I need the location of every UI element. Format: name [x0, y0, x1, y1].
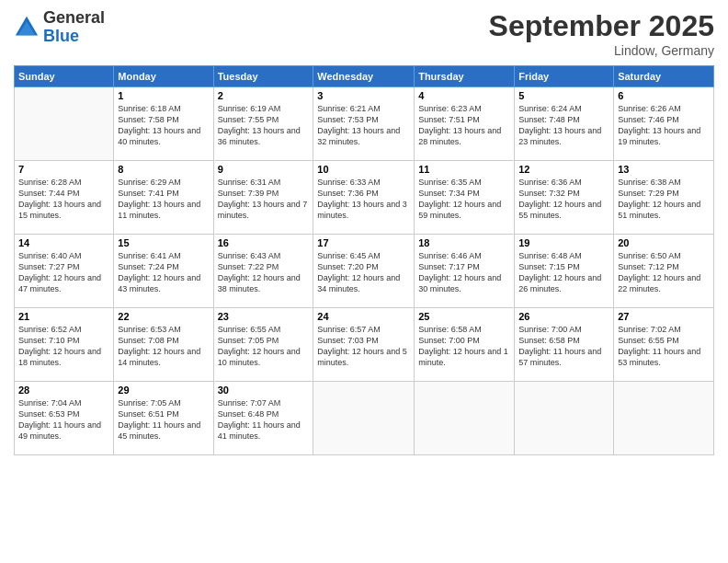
day-info: Sunrise: 6:40 AMSunset: 7:27 PMDaylight:…	[18, 250, 109, 295]
header: General Blue September 2025 Lindow, Germ…	[14, 9, 714, 58]
day-info: Sunrise: 6:38 AMSunset: 7:29 PMDaylight:…	[618, 177, 710, 222]
calendar-header-row: Sunday Monday Tuesday Wednesday Thursday…	[15, 66, 714, 87]
calendar-cell: 22Sunrise: 6:53 AMSunset: 7:08 PMDayligh…	[114, 308, 213, 382]
day-number: 11	[418, 164, 510, 175]
calendar-cell: 7Sunrise: 6:28 AMSunset: 7:44 PMDaylight…	[15, 161, 114, 235]
day-info: Sunrise: 6:35 AMSunset: 7:34 PMDaylight:…	[418, 177, 510, 222]
calendar-cell: 25Sunrise: 6:58 AMSunset: 7:00 PMDayligh…	[415, 308, 515, 382]
page: General Blue September 2025 Lindow, Germ…	[0, 0, 728, 563]
day-info: Sunrise: 7:04 AMSunset: 6:53 PMDaylight:…	[18, 397, 109, 442]
col-saturday: Saturday	[614, 66, 714, 87]
col-tuesday: Tuesday	[213, 66, 313, 87]
calendar-cell: 26Sunrise: 7:00 AMSunset: 6:58 PMDayligh…	[515, 308, 614, 382]
day-number: 7	[18, 164, 109, 175]
calendar-cell: 10Sunrise: 6:33 AMSunset: 7:36 PMDayligh…	[313, 161, 415, 235]
day-info: Sunrise: 6:41 AMSunset: 7:24 PMDaylight:…	[118, 250, 209, 295]
day-info: Sunrise: 6:45 AMSunset: 7:20 PMDaylight:…	[317, 250, 410, 295]
day-number: 9	[218, 164, 310, 175]
day-number: 28	[18, 385, 109, 396]
calendar-cell: 11Sunrise: 6:35 AMSunset: 7:34 PMDayligh…	[415, 161, 515, 235]
day-number: 10	[317, 164, 410, 175]
day-info: Sunrise: 6:43 AMSunset: 7:22 PMDaylight:…	[218, 250, 310, 295]
calendar-cell	[515, 382, 614, 455]
calendar-cell: 28Sunrise: 7:04 AMSunset: 6:53 PMDayligh…	[15, 382, 114, 455]
day-number: 15	[118, 237, 209, 248]
location: Lindow, Germany	[489, 43, 714, 58]
calendar-cell: 1Sunrise: 6:18 AMSunset: 7:58 PMDaylight…	[114, 87, 213, 161]
day-info: Sunrise: 6:52 AMSunset: 7:10 PMDaylight:…	[18, 324, 109, 369]
day-info: Sunrise: 6:28 AMSunset: 7:44 PMDaylight:…	[18, 177, 109, 222]
calendar-cell: 5Sunrise: 6:24 AMSunset: 7:48 PMDaylight…	[515, 87, 614, 161]
logo: General Blue	[14, 9, 105, 46]
day-info: Sunrise: 6:58 AMSunset: 7:00 PMDaylight:…	[418, 324, 510, 369]
logo-blue-text: Blue	[43, 27, 79, 45]
day-number: 13	[618, 164, 710, 175]
calendar-cell: 16Sunrise: 6:43 AMSunset: 7:22 PMDayligh…	[213, 235, 313, 308]
day-number: 21	[18, 311, 109, 322]
day-number: 6	[618, 90, 710, 101]
day-info: Sunrise: 6:57 AMSunset: 7:03 PMDaylight:…	[317, 324, 410, 369]
calendar-cell: 4Sunrise: 6:23 AMSunset: 7:51 PMDaylight…	[415, 87, 515, 161]
day-info: Sunrise: 6:55 AMSunset: 7:05 PMDaylight:…	[218, 324, 310, 369]
calendar-cell: 12Sunrise: 6:36 AMSunset: 7:32 PMDayligh…	[515, 161, 614, 235]
calendar-cell	[415, 382, 515, 455]
day-info: Sunrise: 6:33 AMSunset: 7:36 PMDaylight:…	[317, 177, 410, 222]
day-number: 3	[317, 90, 410, 101]
day-number: 23	[218, 311, 310, 322]
calendar-cell: 19Sunrise: 6:48 AMSunset: 7:15 PMDayligh…	[515, 235, 614, 308]
day-number: 27	[618, 311, 710, 322]
day-info: Sunrise: 7:07 AMSunset: 6:48 PMDaylight:…	[218, 397, 310, 442]
day-number: 30	[218, 385, 310, 396]
day-info: Sunrise: 6:46 AMSunset: 7:17 PMDaylight:…	[418, 250, 510, 295]
logo-icon	[14, 15, 40, 40]
day-info: Sunrise: 6:36 AMSunset: 7:32 PMDaylight:…	[518, 177, 609, 222]
day-number: 29	[118, 385, 209, 396]
day-info: Sunrise: 6:24 AMSunset: 7:48 PMDaylight:…	[518, 103, 609, 148]
day-info: Sunrise: 7:00 AMSunset: 6:58 PMDaylight:…	[518, 324, 609, 369]
day-info: Sunrise: 6:18 AMSunset: 7:58 PMDaylight:…	[118, 103, 209, 148]
calendar-cell: 18Sunrise: 6:46 AMSunset: 7:17 PMDayligh…	[415, 235, 515, 308]
calendar-cell: 6Sunrise: 6:26 AMSunset: 7:46 PMDaylight…	[614, 87, 714, 161]
col-friday: Friday	[515, 66, 614, 87]
day-info: Sunrise: 7:05 AMSunset: 6:51 PMDaylight:…	[118, 397, 209, 442]
calendar-cell: 30Sunrise: 7:07 AMSunset: 6:48 PMDayligh…	[213, 382, 313, 455]
calendar-cell: 3Sunrise: 6:21 AMSunset: 7:53 PMDaylight…	[313, 87, 415, 161]
calendar-cell: 21Sunrise: 6:52 AMSunset: 7:10 PMDayligh…	[15, 308, 114, 382]
calendar-week-row: 21Sunrise: 6:52 AMSunset: 7:10 PMDayligh…	[15, 308, 714, 382]
calendar-cell: 23Sunrise: 6:55 AMSunset: 7:05 PMDayligh…	[213, 308, 313, 382]
calendar-cell: 24Sunrise: 6:57 AMSunset: 7:03 PMDayligh…	[313, 308, 415, 382]
calendar-cell: 20Sunrise: 6:50 AMSunset: 7:12 PMDayligh…	[614, 235, 714, 308]
calendar-cell: 29Sunrise: 7:05 AMSunset: 6:51 PMDayligh…	[114, 382, 213, 455]
day-info: Sunrise: 7:02 AMSunset: 6:55 PMDaylight:…	[618, 324, 710, 369]
calendar-week-row: 7Sunrise: 6:28 AMSunset: 7:44 PMDaylight…	[15, 161, 714, 235]
day-info: Sunrise: 6:21 AMSunset: 7:53 PMDaylight:…	[317, 103, 410, 148]
day-number: 2	[218, 90, 310, 101]
calendar: Sunday Monday Tuesday Wednesday Thursday…	[14, 65, 714, 455]
day-number: 26	[518, 311, 609, 322]
day-number: 14	[18, 237, 109, 248]
day-number: 24	[317, 311, 410, 322]
day-info: Sunrise: 6:23 AMSunset: 7:51 PMDaylight:…	[418, 103, 510, 148]
calendar-cell	[15, 87, 114, 161]
calendar-cell: 27Sunrise: 7:02 AMSunset: 6:55 PMDayligh…	[614, 308, 714, 382]
day-number: 8	[118, 164, 209, 175]
calendar-cell	[614, 382, 714, 455]
day-info: Sunrise: 6:29 AMSunset: 7:41 PMDaylight:…	[118, 177, 209, 222]
calendar-cell: 13Sunrise: 6:38 AMSunset: 7:29 PMDayligh…	[614, 161, 714, 235]
day-number: 12	[518, 164, 609, 175]
day-number: 20	[618, 237, 710, 248]
col-sunday: Sunday	[15, 66, 114, 87]
day-number: 18	[418, 237, 510, 248]
col-thursday: Thursday	[415, 66, 515, 87]
day-info: Sunrise: 6:19 AMSunset: 7:55 PMDaylight:…	[218, 103, 310, 148]
calendar-cell: 9Sunrise: 6:31 AMSunset: 7:39 PMDaylight…	[213, 161, 313, 235]
day-number: 4	[418, 90, 510, 101]
day-info: Sunrise: 6:31 AMSunset: 7:39 PMDaylight:…	[218, 177, 310, 222]
day-number: 16	[218, 237, 310, 248]
day-number: 25	[418, 311, 510, 322]
day-info: Sunrise: 6:26 AMSunset: 7:46 PMDaylight:…	[618, 103, 710, 148]
calendar-cell: 15Sunrise: 6:41 AMSunset: 7:24 PMDayligh…	[114, 235, 213, 308]
day-number: 22	[118, 311, 209, 322]
title-block: September 2025 Lindow, Germany	[489, 9, 714, 58]
calendar-cell: 2Sunrise: 6:19 AMSunset: 7:55 PMDaylight…	[213, 87, 313, 161]
